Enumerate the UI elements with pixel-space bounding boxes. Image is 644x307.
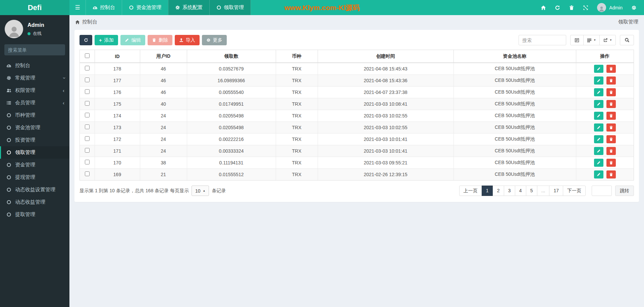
settings-gears-icon[interactable] [631, 5, 637, 10]
row-edit-button[interactable] [594, 135, 603, 143]
top-nav-item[interactable]: 资金池管理 [122, 0, 168, 15]
cell-pool: CEB 50Usdt抵押池 [453, 121, 576, 133]
prev-page-button[interactable]: 上一页 [459, 186, 482, 196]
sidebar-search-input[interactable] [8, 47, 69, 53]
row-delete-button[interactable] [606, 112, 616, 120]
sidebar-menu-item[interactable]: 领取管理 [0, 146, 69, 159]
breadcrumb[interactable]: 控制台 [75, 19, 97, 25]
top-nav-item[interactable]: 领取管理 [209, 0, 251, 15]
table-search-input[interactable] [519, 35, 566, 45]
row-delete-button[interactable] [606, 135, 616, 143]
sidebar-menu-item[interactable]: 提取管理 [0, 208, 69, 221]
nav-item-label: 领取管理 [224, 4, 244, 11]
page-number-button[interactable]: 3 [504, 186, 515, 196]
home-icon[interactable] [541, 5, 546, 10]
top-nav-item[interactable]: 系统配置 [168, 0, 209, 15]
row-checkbox[interactable] [85, 136, 90, 141]
delete-button[interactable]: 删除 [148, 35, 172, 45]
select-all-checkbox[interactable] [85, 53, 90, 58]
page-size-select[interactable]: 10 ▲ [192, 186, 209, 196]
refresh-button[interactable] [79, 35, 92, 45]
menu-item-label: 会员管理 [15, 100, 35, 106]
edit-button[interactable]: 编辑 [120, 35, 145, 45]
row-delete-button[interactable] [606, 100, 616, 108]
sidebar-menu-item[interactable]: 常规管理 ‹ [0, 72, 69, 84]
cell-created: 2021-04-07 23:37:38 [318, 86, 453, 98]
menu-item-label: 投资管理 [15, 137, 35, 143]
advanced-search-button[interactable] [620, 35, 634, 45]
page-number-button[interactable]: 2 [493, 186, 504, 196]
sidebar-menu-item[interactable]: 投资管理 [0, 134, 69, 146]
row-checkbox[interactable] [85, 66, 90, 70]
page-number-button[interactable]: 17 [549, 186, 563, 196]
row-checkbox[interactable] [85, 89, 90, 94]
row-checkbox[interactable] [85, 113, 90, 117]
page-number-button[interactable]: 1 [482, 186, 493, 196]
row-edit-button[interactable] [594, 100, 603, 108]
row-checkbox[interactable] [85, 171, 90, 176]
brand-logo[interactable]: Defi [0, 0, 69, 15]
export-button[interactable]: ▼ [599, 35, 616, 45]
detail-view-button[interactable] [570, 35, 584, 45]
top-nav-item[interactable]: 控制台 [86, 0, 122, 15]
sidebar-menu-item[interactable]: 币种管理 [0, 109, 69, 121]
next-page-button[interactable]: 下一页 [563, 186, 586, 196]
sidebar-menu-item[interactable]: 动态收益设置管理 [0, 184, 69, 196]
column-header-id[interactable]: ID [95, 50, 140, 63]
row-delete-button[interactable] [606, 65, 616, 73]
row-edit-button[interactable] [594, 65, 603, 73]
row-edit-button[interactable] [594, 147, 603, 155]
page-number-button[interactable]: 4 [515, 186, 526, 196]
row-edit-button[interactable] [594, 88, 603, 96]
row-delete-button[interactable] [606, 147, 616, 155]
add-button[interactable]: + 添加 [95, 35, 118, 45]
trash-icon[interactable] [569, 5, 574, 10]
sidebar-menu-item[interactable]: 会员管理 ‹ [0, 97, 69, 109]
sidebar-toggle-button[interactable]: ☰ [69, 0, 86, 15]
row-checkbox[interactable] [85, 124, 90, 129]
cell-amount: 0.11194131 [187, 157, 276, 168]
row-delete-button[interactable] [606, 159, 616, 167]
row-edit-button[interactable] [594, 159, 603, 167]
row-delete-button[interactable] [606, 170, 616, 178]
row-checkbox[interactable] [85, 148, 90, 153]
cell-coin: TRX [276, 63, 318, 74]
gear-icon [206, 38, 211, 42]
sidebar-menu-item[interactable]: 提现管理 [0, 171, 69, 184]
trash-icon [152, 38, 156, 42]
row-delete-button[interactable] [606, 76, 616, 85]
sidebar-menu-item[interactable]: 资金池管理 [0, 121, 69, 134]
row-edit-button[interactable] [594, 170, 603, 178]
cell-amount: 0.02055498 [187, 121, 276, 133]
page-jump-button[interactable]: 跳转 [615, 186, 634, 196]
cell-pool: CEB 50Usdt抵押池 [453, 74, 576, 86]
row-delete-button[interactable] [606, 88, 616, 96]
sidebar-menu-item[interactable]: 动态收益管理 [0, 196, 69, 208]
column-header-pool[interactable]: 资金池名称 [453, 50, 576, 63]
pagination-area: 上一页 12345...17下一页 跳转 [459, 186, 634, 196]
row-checkbox[interactable] [85, 160, 90, 164]
fullscreen-icon[interactable] [583, 5, 588, 10]
user-menu[interactable]: Admin [597, 3, 623, 12]
import-button[interactable]: 导入 [175, 35, 200, 45]
page-number-button[interactable]: 5 [526, 186, 537, 196]
row-edit-button[interactable] [594, 76, 603, 85]
menu-item-icon [6, 88, 11, 93]
refresh-icon[interactable] [555, 5, 560, 10]
column-header-coin[interactable]: 币种 [276, 50, 318, 63]
sidebar-menu-item[interactable]: 权限管理 ‹ [0, 84, 69, 97]
row-edit-button[interactable] [594, 112, 603, 120]
page-jump-input[interactable] [592, 186, 612, 196]
pencil-icon [597, 149, 601, 153]
row-checkbox[interactable] [85, 101, 90, 106]
row-delete-button[interactable] [606, 123, 616, 132]
row-checkbox[interactable] [85, 78, 90, 82]
row-edit-button[interactable] [594, 123, 603, 132]
column-header-uid[interactable]: 用户ID [140, 50, 187, 63]
sidebar-menu-item[interactable]: 资金管理 [0, 159, 69, 171]
columns-button[interactable]: ▼ [583, 35, 600, 45]
column-header-amount[interactable]: 领取数 [187, 50, 276, 63]
more-button[interactable]: 更多 [202, 35, 227, 45]
sidebar-menu-item[interactable]: 控制台 [0, 59, 69, 72]
column-header-created[interactable]: 创建时间 [318, 50, 453, 63]
